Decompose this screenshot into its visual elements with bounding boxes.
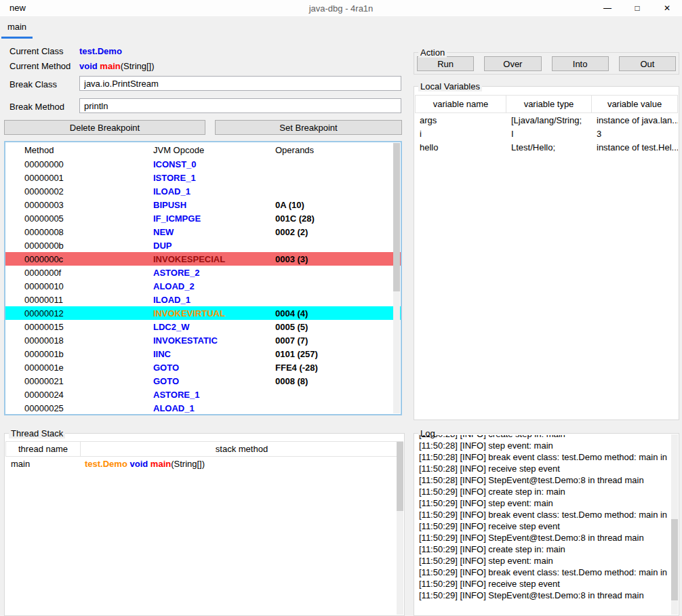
log-line: [11:50:29] [INFO] create step in: main bbox=[419, 486, 668, 497]
stack-class: test.Demo bbox=[85, 459, 127, 469]
bytecode-row[interactable]: 00000012INVOKEVIRTUAL0004 (4) bbox=[5, 306, 401, 320]
stack-method-signature: (String[]) bbox=[171, 459, 205, 469]
bytecode-row[interactable]: 00000018INVOKESTATIC0007 (7) bbox=[5, 333, 401, 347]
bytecode-row[interactable]: 00000003BIPUSH0A (10) bbox=[5, 198, 401, 211]
column-header-variable-value: variable value bbox=[592, 95, 678, 113]
out-button[interactable]: Out bbox=[619, 56, 676, 71]
minimize-icon: — bbox=[603, 3, 611, 13]
bytecode-table-header: Method JVM Opcode Operands bbox=[5, 142, 401, 157]
break-class-input[interactable] bbox=[79, 76, 401, 91]
break-class-label: Break Class bbox=[9, 79, 57, 89]
action-buttons: Run Over Into Out bbox=[414, 53, 679, 71]
break-method-input[interactable] bbox=[79, 98, 401, 113]
stack-method-name: main bbox=[151, 459, 171, 469]
current-method-label: Current Method bbox=[9, 61, 71, 71]
bytecode-row[interactable]: 00000024ASTORE_1 bbox=[5, 388, 401, 401]
log-line: [11:50:29] [INFO] break event class: tes… bbox=[419, 509, 668, 520]
local-variables-table: variable name variable type variable val… bbox=[415, 95, 678, 154]
bytecode-table: Method JVM Opcode Operands 00000000ICONS… bbox=[4, 141, 402, 415]
log-line: [11:50:29] [INFO] StepEvent@test.Demo:8 … bbox=[419, 590, 668, 601]
bytecode-scrollbar[interactable] bbox=[393, 143, 400, 413]
bytecode-scrollbar-thumb[interactable] bbox=[393, 143, 400, 291]
local-variable-row[interactable]: helloLtest/Hello;instance of test.Hel... bbox=[415, 140, 678, 154]
local-variable-rows: args[Ljava/lang/String;instance of java.… bbox=[415, 113, 678, 154]
tab-main[interactable]: main bbox=[1, 16, 33, 39]
method-return-type: void bbox=[79, 61, 98, 71]
window-title: java-dbg - 4ra1n bbox=[309, 3, 374, 14]
stack-return-type: void bbox=[129, 459, 148, 469]
tab-main-label: main bbox=[7, 22, 26, 32]
method-name: main bbox=[100, 61, 120, 71]
bytecode-row[interactable]: 00000005IF_ICMPGE001C (28) bbox=[5, 211, 401, 225]
app-window: new java-dbg - 4ra1n — □ ✕ main Current … bbox=[0, 0, 682, 616]
method-signature: (String[]) bbox=[121, 61, 155, 71]
log-line: [11:50:28] [INFO] StepEvent@test.Demo:8 … bbox=[419, 474, 668, 486]
log-line: [11:50:28] [INFO] step event: main bbox=[419, 440, 668, 451]
action-title: Action bbox=[418, 47, 447, 58]
local-variable-row[interactable]: iI3 bbox=[415, 127, 678, 140]
maximize-button[interactable]: □ bbox=[622, 0, 652, 16]
bytecode-row[interactable]: 0000000bDUP bbox=[5, 239, 401, 252]
bytecode-row[interactable]: 00000025ALOAD_1 bbox=[5, 401, 401, 415]
thread-stack-table: thread name stack method main test.Demo … bbox=[5, 441, 403, 470]
thread-stack-group: Thread Stack thread name stack method ma… bbox=[4, 433, 405, 616]
run-button[interactable]: Run bbox=[417, 56, 474, 71]
bytecode-row[interactable]: 00000000ICONST_0 bbox=[5, 157, 401, 171]
action-group: Action Run Over Into Out bbox=[414, 52, 679, 75]
thread-name: main bbox=[5, 459, 81, 469]
into-button[interactable]: Into bbox=[552, 56, 609, 71]
current-class-label: Current Class bbox=[9, 46, 63, 56]
close-icon: ✕ bbox=[664, 3, 670, 13]
log-line: [11:50:29] [INFO] receive step event bbox=[419, 520, 668, 532]
column-header-operands: Operands bbox=[275, 145, 401, 155]
close-button[interactable]: ✕ bbox=[652, 0, 682, 16]
current-class-value: test.Demo bbox=[79, 46, 122, 56]
current-method-value: void main(String[]) bbox=[79, 61, 155, 71]
tab-bar: main bbox=[0, 16, 682, 39]
log-line: [11:50:28] [INFO] create step in: main bbox=[419, 435, 668, 440]
local-variables-title: Local Variables bbox=[418, 81, 482, 91]
bytecode-row[interactable]: 00000011ILOAD_1 bbox=[5, 293, 401, 306]
bytecode-row[interactable]: 00000015LDC2_W0005 (5) bbox=[5, 320, 401, 333]
log-line: [11:50:28] [INFO] receive step event bbox=[419, 463, 668, 474]
column-header-stack-method: stack method bbox=[81, 441, 403, 457]
thread-stack-scrollbar-thumb[interactable] bbox=[397, 442, 403, 511]
bytecode-row[interactable]: 0000001bIINC0101 (257) bbox=[5, 347, 401, 361]
column-header-variable-type: variable type bbox=[506, 95, 592, 113]
log-line: [11:50:29] [INFO] receive step event bbox=[419, 578, 668, 590]
log-line: [11:50:29] [INFO] break event class: tes… bbox=[419, 567, 668, 578]
minimize-button[interactable]: — bbox=[593, 0, 622, 16]
column-header-thread-name: thread name bbox=[5, 441, 81, 457]
delete-breakpoint-button[interactable]: Delete Breakpoint bbox=[4, 120, 205, 135]
log-line: [11:50:29] [INFO] step event: main bbox=[419, 555, 668, 567]
thread-stack-scrollbar[interactable] bbox=[397, 442, 403, 615]
over-button[interactable]: Over bbox=[484, 56, 541, 71]
local-variable-row[interactable]: args[Ljava/lang/String;instance of java.… bbox=[415, 113, 678, 127]
window-controls: — □ ✕ bbox=[593, 0, 682, 16]
log-line: [11:50:29] [INFO] step event: main bbox=[419, 497, 668, 509]
log-line: [11:50:28] [INFO] break event class: tes… bbox=[419, 451, 668, 463]
log-view[interactable]: [11:50:28] [INFO] create step in: main[1… bbox=[419, 435, 668, 615]
break-method-label: Break Method bbox=[9, 102, 64, 112]
log-scrollbar[interactable] bbox=[671, 434, 678, 615]
bytecode-row[interactable]: 0000001eGOTOFFE4 (-28) bbox=[5, 361, 401, 374]
bytecode-row[interactable]: 00000010ALOAD_2 bbox=[5, 279, 401, 293]
bytecode-rows: 00000000ICONST_000000001ISTORE_100000002… bbox=[5, 157, 401, 415]
log-group: Log [11:50:28] [INFO] create step in: ma… bbox=[414, 433, 679, 616]
stack-method: test.Demo void main(String[]) bbox=[81, 459, 403, 469]
log-scrollbar-thumb[interactable] bbox=[671, 519, 678, 600]
local-variables-group: Local Variables variable name variable t… bbox=[414, 86, 679, 420]
bytecode-row[interactable]: 0000000cINVOKESPECIAL0003 (3) bbox=[5, 252, 401, 266]
maximize-icon: □ bbox=[635, 3, 639, 13]
bytecode-row[interactable]: 00000008NEW0002 (2) bbox=[5, 225, 401, 239]
column-header-jvm-opcode: JVM Opcode bbox=[153, 145, 275, 155]
menu-new[interactable]: new bbox=[0, 0, 35, 16]
thread-stack-title: Thread Stack bbox=[9, 428, 65, 438]
bytecode-row[interactable]: 00000001ISTORE_1 bbox=[5, 171, 401, 184]
bytecode-row[interactable]: 0000000fASTORE_2 bbox=[5, 266, 401, 279]
local-variables-header: variable name variable type variable val… bbox=[415, 95, 678, 113]
bytecode-row[interactable]: 00000021GOTO0008 (8) bbox=[5, 374, 401, 388]
thread-stack-row[interactable]: main test.Demo void main(String[]) bbox=[5, 457, 403, 470]
set-breakpoint-button[interactable]: Set Breakpoint bbox=[215, 120, 402, 135]
bytecode-row[interactable]: 00000002ILOAD_1 bbox=[5, 184, 401, 198]
